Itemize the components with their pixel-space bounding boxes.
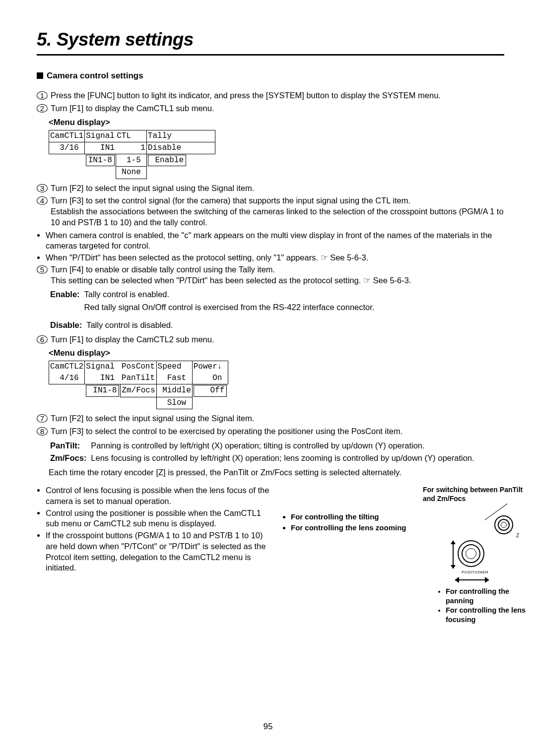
page-number: 95 (0, 721, 536, 732)
menu-cell: Power↓ (192, 361, 228, 373)
section-heading: Camera control settings (37, 70, 504, 81)
note-3: If the crosspoint buttons (PGM/A 1 to 10… (46, 530, 270, 573)
menu-cell: PosCont (121, 361, 156, 373)
menu-cell: 4/16 (49, 373, 85, 384)
menu-cell: Speed (156, 361, 192, 373)
menu-option: 1-5 (116, 154, 146, 167)
step-4-line2: Establish the associations between the s… (51, 207, 504, 227)
z-label: Z (516, 532, 519, 539)
step-1: 1 Press the [FUNC] button to light its i… (37, 90, 504, 101)
right-bullet-1: For controlling the panning (446, 587, 527, 606)
step-6: 6 Turn [F1] to display the CamCTL2 sub m… (37, 334, 504, 345)
rotary-encoder-center-icon (501, 522, 507, 528)
menu-option: Off (194, 385, 227, 396)
menu-cell: On (192, 373, 228, 384)
menu-cell: IN1 (85, 142, 116, 154)
section-heading-text: Camera control settings (47, 71, 143, 80)
positioner-label: POSITIONER (462, 570, 488, 575)
menu-cell: 1 (116, 142, 146, 154)
step-4-line1: Turn [F3] to set the control signal (for… (51, 196, 410, 205)
menu-cell (187, 142, 215, 154)
step-5-line2: This setting can be selected when "P/TDi… (51, 276, 411, 285)
disable-label: Disable: (50, 319, 85, 331)
pantilt-text: Panning is controlled by left/right (X) … (90, 440, 477, 452)
vertical-arrow-icon (449, 540, 454, 569)
disable-text: Tally control is disabled. (86, 319, 176, 331)
menu-cell (187, 130, 215, 142)
mid-bullet-2: For controlling the lens zooming (291, 523, 426, 533)
menu2-table: CamCTL2 Signal PosCont Speed Power↓ 4/16… (49, 361, 228, 409)
menu-cell: Fast (156, 373, 192, 384)
step-8-definitions: PanTilt: Panning is controlled by left/r… (49, 439, 478, 466)
menu-cell: Signal (85, 361, 121, 373)
step-5-line1: Turn [F4] to enable or disable tally con… (51, 265, 275, 274)
menu-cell: PanTilt (121, 373, 156, 384)
step-number-icon: 6 (37, 335, 48, 344)
zmfocs-label: Zm/Focs: (50, 452, 89, 464)
step-4-bullets: When camera control is enabled, the "c" … (37, 230, 504, 263)
menu-cell: IN1 (85, 373, 121, 384)
step-number-icon: 8 (37, 427, 48, 436)
step-4: 4 Turn [F3] to set the control signal (f… (37, 195, 504, 228)
step-4-bullet-1: When camera control is enabled, the "c" … (46, 230, 504, 252)
step-6-text: Turn [F1] to display the CamCTL2 sub men… (51, 334, 504, 345)
menu-cell: Tally (146, 130, 187, 142)
menu-option: IN1-8 (86, 155, 115, 166)
step-number-icon: 3 (37, 184, 48, 192)
step-8: 8 Turn [F3] to select the control to be … (37, 426, 504, 437)
mid-bullet-1: For controlling the tilting (291, 512, 426, 522)
step-1-text: Press the [FUNC] button to light its ind… (51, 90, 504, 101)
enable-text-2: Red tally signal On/Off control is exerc… (84, 302, 378, 314)
step-number-icon: 2 (37, 104, 48, 113)
menu-option: None (116, 167, 146, 179)
step-7: 7 Turn [F2] to select the input signal u… (37, 413, 504, 424)
menu-cell: CamCTL2 (49, 361, 85, 373)
step-7-text: Turn [F2] to select the input signal usi… (51, 413, 504, 424)
menu-cell: 3/16 (49, 142, 85, 154)
horizontal-arrow-icon (455, 577, 489, 583)
note-2: Control using the positioner is possible… (46, 508, 270, 530)
step-4-bullet-2: When "P/TDirt" has been selected as the … (46, 252, 504, 263)
notes-column: Control of lens focusing is possible whe… (37, 485, 270, 574)
step-number-icon: 7 (37, 414, 48, 423)
menu-option: Enable (148, 155, 186, 166)
step-5: 5 Turn [F4] to enable or disable tally c… (37, 264, 504, 286)
step-number-icon: 1 (37, 91, 48, 100)
step-3-text: Turn [F2] to select the input signal usi… (51, 183, 504, 194)
step-8-tail: Each time the rotary encoder [Z] is pres… (37, 467, 504, 478)
menu1-box: CamCTL1 Signal CTL Tally 3/16 IN1 1 Disa… (49, 130, 504, 179)
zmfocs-text: Lens focusing is controlled by left/righ… (90, 452, 477, 464)
positioner-diagram: Z POSITIONER (438, 505, 527, 585)
enable-label: Enable: (50, 289, 83, 301)
menu-option: Zm/Focs (121, 384, 156, 397)
menu-cell: CTL (116, 130, 146, 142)
step-2-text: Turn [F1] to display the CamCTL1 sub men… (51, 103, 504, 114)
menu-display-label: <Menu display> (49, 348, 504, 359)
note-1: Control of lens focusing is possible whe… (46, 485, 270, 507)
menu-option: IN1-8 (86, 385, 120, 396)
positioner-diagram-column: For switching between PanTilt and Zm/Foc… (438, 485, 527, 625)
menu-option: Middle (156, 384, 192, 397)
positioner-caption: For switching between PanTilt and Zm/Foc… (423, 485, 527, 504)
step-number-icon: 4 (37, 196, 48, 205)
step-4-text: Turn [F3] to set the control signal (for… (51, 195, 504, 228)
step-3: 3 Turn [F2] to select the input signal u… (37, 183, 504, 194)
enable-text: Tally control is enabled. (84, 289, 378, 301)
step-5-text: Turn [F4] to enable or disable tally con… (51, 264, 504, 286)
step-5-definitions: Enable: Tally control is enabled. Red ta… (49, 288, 378, 315)
joystick-inner-icon (466, 548, 476, 559)
menu-cell: CamCTL1 (49, 130, 85, 142)
step-2: 2 Turn [F1] to display the CamCTL1 sub m… (37, 103, 504, 114)
step-number-icon: 5 (37, 265, 48, 274)
menu2-box: CamCTL2 Signal PosCont Speed Power↓ 4/16… (49, 361, 504, 409)
right-bullet-2: For controlling the lens focusing (446, 606, 527, 625)
menu-option: Slow (156, 397, 192, 409)
step-8-text: Turn [F3] to select the control to be ex… (51, 426, 504, 437)
menu1-table: CamCTL1 Signal CTL Tally 3/16 IN1 1 Disa… (49, 130, 215, 179)
right-bullets: For controlling the panning For controll… (438, 587, 527, 625)
menu-display-label: <Menu display> (49, 117, 504, 128)
pantilt-label: PanTilt: (50, 440, 89, 452)
menu-cell: Signal (85, 130, 116, 142)
menu-cell: Disable (146, 142, 187, 154)
page-title: 5. System settings (37, 28, 504, 56)
